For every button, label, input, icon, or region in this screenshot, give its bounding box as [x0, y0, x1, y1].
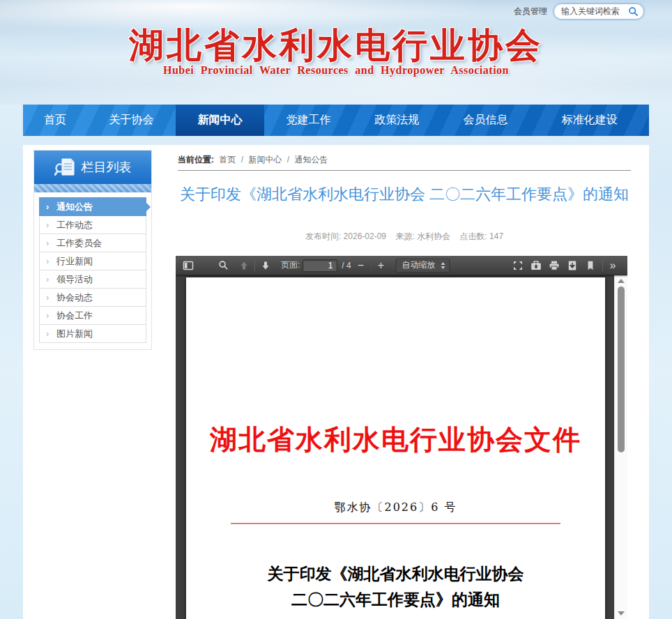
site-title-english: Hubei Provincial Water Resources and Hyd…: [0, 64, 672, 77]
article-title: 关于印发《湖北省水利水电行业协会 二〇二六年工作要点》的通知: [178, 183, 631, 206]
bookmark-button[interactable]: [582, 258, 599, 273]
member-management-link[interactable]: 会员管理: [514, 6, 547, 17]
hit-count: 点击数: 147: [459, 231, 503, 241]
search-icon[interactable]: [628, 6, 639, 17]
chevron-right-icon: ›: [46, 325, 49, 342]
toolbar-divider: [602, 260, 603, 271]
document-title-line2: 二〇二六年工作要点》的通知: [186, 586, 605, 612]
site-banner: 会员管理 湖北省水利水电行业协会 Hubei Provincial Water …: [0, 0, 672, 105]
print-button[interactable]: [546, 258, 563, 273]
breadcrumb-home-link[interactable]: 首页: [219, 155, 236, 165]
sidebar-item-notices[interactable]: › 通知公告: [39, 197, 146, 216]
arrow-down-icon: [260, 260, 271, 271]
sidebar-column-list: 栏目列表 › 通知公告 › 工作动态 › 工作委员会 › 行业新闻 › 领导活动: [33, 150, 152, 350]
publish-time: 发布时间: 2026-02-09: [305, 231, 386, 241]
arrow-up-icon: [238, 260, 250, 271]
sidebar-list: › 通知公告 › 工作动态 › 工作委员会 › 行业新闻 › 领导活动 › 协会…: [34, 197, 151, 343]
article-meta: 发布时间: 2026-02-09 来源: 水利协会 点击数: 147: [178, 231, 631, 243]
find-button[interactable]: [215, 258, 231, 273]
toolbar-divider: [371, 260, 372, 271]
sidebar-item-label: 图片新闻: [56, 328, 93, 339]
nav-item-policies[interactable]: 政策法规: [353, 105, 441, 136]
zoom-in-button[interactable]: +: [374, 259, 389, 272]
select-arrows-icon: [440, 261, 447, 270]
sidebar-item-label: 领导活动: [56, 274, 93, 284]
scroll-down-arrow[interactable]: [618, 611, 625, 616]
document-letterhead: 湖北省水利水电行业协会文件: [186, 421, 605, 459]
sidebar-header-label: 栏目列表: [82, 159, 132, 176]
next-page-button[interactable]: [257, 258, 274, 273]
breadcrumb-divider: [178, 170, 631, 171]
toolbar-divider: [254, 260, 255, 271]
sidebar-item-label: 工作动态: [56, 220, 93, 230]
chevron-right-icon: ›: [46, 252, 49, 270]
pdf-viewer: 页面: / 4 − + 自动缩放: [176, 256, 627, 619]
sidebar-item-label: 工作委员会: [56, 238, 102, 248]
main-nav: 首页 关于协会 新闻中心 党建工作 政策法规 会员信息 标准化建设: [23, 105, 649, 136]
breadcrumb-section-link[interactable]: 新闻中心: [248, 155, 282, 165]
sidebar-toggle-icon: [183, 260, 194, 271]
toggle-sidebar-button[interactable]: [180, 258, 197, 273]
document-title-line1: 关于印发《湖北省水利水电行业协会: [186, 560, 605, 586]
sidebar-item-leadership-activities[interactable]: › 领导活动: [39, 270, 146, 289]
top-utility-bar: 会员管理: [514, 3, 644, 20]
zoom-controls: − + 自动缩放: [353, 256, 450, 275]
sidebar-item-label: 通知公告: [56, 201, 93, 212]
page-total: / 4: [342, 261, 351, 270]
sidebar-item-association-updates[interactable]: › 协会动态: [39, 288, 146, 307]
document-title: 关于印发《湖北省水利水电行业协会 二〇二六年工作要点》的通知: [186, 560, 605, 612]
printer-icon: [549, 260, 560, 271]
pdf-toolbar: 页面: / 4 − + 自动缩放: [176, 256, 627, 275]
page-number-label: 页面:: [281, 259, 300, 271]
nav-item-about[interactable]: 关于协会: [87, 105, 176, 136]
sidebar-header-stripe: [34, 184, 151, 192]
nav-item-party-building[interactable]: 党建工作: [264, 105, 353, 136]
bookmark-icon: [585, 260, 596, 271]
sidebar-item-label: 协会动态: [56, 292, 93, 303]
previous-page-button[interactable]: [236, 258, 252, 273]
open-file-button[interactable]: [528, 258, 544, 273]
sidebar-item-work-updates[interactable]: › 工作动态: [39, 215, 146, 234]
breadcrumb-separator: /: [241, 155, 243, 165]
sidebar-item-industry-news[interactable]: › 行业新闻: [39, 252, 146, 270]
download-button[interactable]: [564, 258, 581, 273]
more-tools-button[interactable]: »: [606, 259, 619, 272]
sidebar-item-label: 协会工作: [56, 310, 93, 321]
sidebar-item-label: 行业新闻: [56, 256, 93, 266]
breadcrumb-current-link[interactable]: 通知公告: [294, 155, 328, 165]
presentation-mode-button[interactable]: [510, 258, 526, 273]
sidebar-item-work-committee[interactable]: › 工作委员会: [39, 234, 146, 252]
chevron-right-icon: ›: [46, 234, 49, 252]
sidebar-item-photo-news[interactable]: › 图片新闻: [39, 324, 146, 343]
zoom-select-value: 自动缩放: [402, 259, 436, 271]
zoom-out-button[interactable]: −: [353, 259, 369, 272]
zoom-select[interactable]: 自动缩放: [396, 259, 450, 273]
breadcrumb-label: 当前位置:: [178, 155, 214, 165]
chevron-right-icon: ›: [46, 307, 49, 324]
site-title: 湖北省水利水电行业协会: [0, 22, 672, 69]
nav-item-member-info[interactable]: 会员信息: [441, 105, 530, 136]
chevron-right-icon: ›: [46, 270, 49, 288]
pdf-canvas-area: 湖北省水利水电行业协会文件 鄂水协〔2026〕6 号 关于印发《湖北省水利水电行…: [176, 275, 627, 619]
scroll-up-arrow[interactable]: [618, 279, 625, 283]
download-icon: [567, 260, 578, 271]
search-icon: [218, 260, 229, 270]
search-input[interactable]: [561, 6, 628, 16]
nav-item-news-center[interactable]: 新闻中心: [176, 105, 264, 136]
nav-item-standardization[interactable]: 标准化建设: [530, 105, 649, 136]
content-wrapper: 栏目列表 › 通知公告 › 工作动态 › 工作委员会 › 行业新闻 › 领导活动: [23, 145, 649, 619]
column-list-icon: [54, 158, 75, 177]
document-number: 鄂水协〔2026〕6 号: [186, 500, 605, 515]
chevron-right-icon: ›: [46, 289, 49, 306]
sidebar-item-association-work[interactable]: › 协会工作: [39, 306, 146, 325]
page-number-input[interactable]: [303, 259, 337, 272]
nav-item-home[interactable]: 首页: [23, 105, 87, 136]
pdf-page: 湖北省水利水电行业协会文件 鄂水协〔2026〕6 号 关于印发《湖北省水利水电行…: [186, 277, 605, 619]
site-search-box: [553, 3, 644, 20]
chevron-right-icon: ›: [46, 216, 49, 234]
breadcrumb: 当前位置: 首页 / 新闻中心 / 通知公告: [178, 154, 631, 166]
chevron-right-icon: ›: [46, 198, 49, 215]
open-file-icon: [530, 260, 542, 271]
scrollbar-thumb[interactable]: [618, 286, 625, 452]
pdf-scrollbar[interactable]: [614, 275, 627, 619]
